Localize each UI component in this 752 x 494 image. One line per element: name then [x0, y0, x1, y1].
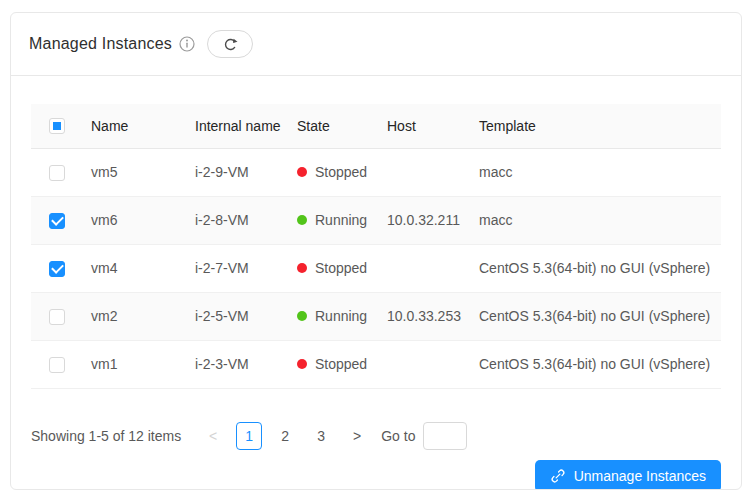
- cell-template: CentOS 5.3(64-bit) no GUI (vSphere): [471, 292, 721, 340]
- cell-state-label: Stopped: [315, 164, 367, 180]
- table-row: vm5 i-2-9-VM Stopped macc: [31, 148, 721, 196]
- managed-instances-card: Managed Instances: [10, 12, 742, 490]
- column-header-state: State: [289, 104, 379, 148]
- cell-internal-name: i-2-3-VM: [187, 340, 289, 388]
- cell-name: vm5: [83, 148, 187, 196]
- cell-name: vm4: [83, 244, 187, 292]
- cell-host: [379, 340, 471, 388]
- next-page-button[interactable]: >: [344, 422, 370, 450]
- select-all-checkbox[interactable]: [49, 118, 65, 134]
- cell-internal-name: i-2-5-VM: [187, 292, 289, 340]
- table-row: vm4 i-2-7-VM Stopped CentOS 5.3(64-bit) …: [31, 244, 721, 292]
- cell-name: vm2: [83, 292, 187, 340]
- card-body: Name Internal name State Host Template v…: [11, 76, 741, 450]
- row-checkbox[interactable]: [49, 261, 65, 277]
- table-row: vm2 i-2-5-VM Running 10.0.33.253 CentOS …: [31, 292, 721, 340]
- table-header-row: Name Internal name State Host Template: [31, 104, 721, 148]
- info-circle-icon[interactable]: [179, 36, 195, 52]
- cell-template: CentOS 5.3(64-bit) no GUI (vSphere): [471, 340, 721, 388]
- column-header-template: Template: [471, 104, 721, 148]
- cell-host: [379, 244, 471, 292]
- cell-host: 10.0.33.253: [379, 292, 471, 340]
- cell-template: macc: [471, 196, 721, 244]
- row-checkbox[interactable]: [49, 309, 65, 325]
- cell-host: [379, 148, 471, 196]
- cell-state-label: Stopped: [315, 260, 367, 276]
- goto-label: Go to: [381, 428, 415, 444]
- column-header-host: Host: [379, 104, 471, 148]
- goto-page-input[interactable]: [423, 422, 467, 450]
- pagination: Showing 1-5 of 12 items < 123 > Go to: [31, 422, 721, 450]
- cell-host: 10.0.32.211: [379, 196, 471, 244]
- page-button-1[interactable]: 1: [236, 422, 262, 450]
- table-row: vm1 i-2-3-VM Stopped CentOS 5.3(64-bit) …: [31, 340, 721, 388]
- state-dot-icon: [297, 311, 307, 321]
- cell-name: vm6: [83, 196, 187, 244]
- page-list: 123: [231, 422, 339, 450]
- refresh-button[interactable]: [207, 30, 253, 58]
- cell-name: vm1: [83, 340, 187, 388]
- page-button-3[interactable]: 3: [308, 422, 334, 450]
- table-row: vm6 i-2-8-VM Running 10.0.32.211 macc: [31, 196, 721, 244]
- unmanage-instances-label: Unmanage Instances: [574, 468, 706, 484]
- state-dot-icon: [297, 167, 307, 177]
- row-checkbox[interactable]: [49, 357, 65, 373]
- row-checkbox[interactable]: [49, 165, 65, 181]
- reload-icon: [223, 37, 238, 52]
- row-checkbox[interactable]: [49, 213, 65, 229]
- prev-page-button[interactable]: <: [200, 422, 226, 450]
- cell-state-label: Stopped: [315, 356, 367, 372]
- cell-state-label: Running: [315, 212, 367, 228]
- column-header-name: Name: [83, 104, 187, 148]
- table-body: vm5 i-2-9-VM Stopped macc vm6 i-2-8-VM: [31, 148, 721, 388]
- cell-internal-name: i-2-7-VM: [187, 244, 289, 292]
- page-button-2[interactable]: 2: [272, 422, 298, 450]
- state-dot-icon: [297, 215, 307, 225]
- cell-state-label: Running: [315, 308, 367, 324]
- pagination-summary: Showing 1-5 of 12 items: [31, 428, 181, 444]
- actions-row: Unmanage Instances: [11, 460, 741, 491]
- cell-internal-name: i-2-9-VM: [187, 148, 289, 196]
- unmanage-instances-button[interactable]: Unmanage Instances: [535, 460, 721, 491]
- cell-template: macc: [471, 148, 721, 196]
- column-header-internal-name: Internal name: [187, 104, 289, 148]
- disconnect-icon: [550, 468, 566, 484]
- instances-table: Name Internal name State Host Template v…: [31, 104, 721, 389]
- state-dot-icon: [297, 263, 307, 273]
- cell-internal-name: i-2-8-VM: [187, 196, 289, 244]
- state-dot-icon: [297, 359, 307, 369]
- cell-template: CentOS 5.3(64-bit) no GUI (vSphere): [471, 244, 721, 292]
- pager: < 123 >: [195, 422, 375, 450]
- page-title: Managed Instances: [29, 35, 172, 53]
- card-header: Managed Instances: [11, 13, 741, 76]
